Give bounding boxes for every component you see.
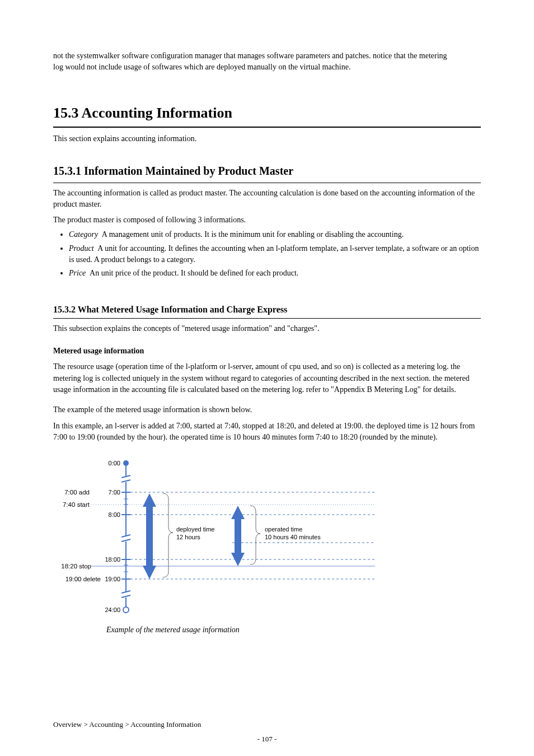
svg-text:7:40
         
        start: 7:40 start xyxy=(63,501,90,508)
svg-text:7:00
         
        add: 7:00 add xyxy=(64,489,90,496)
intro-line-1: not the systemwalker software configurat… xyxy=(53,52,447,60)
svg-text:19:00
         
        delete: 19:00 delete xyxy=(65,576,101,582)
svg-text:18:20
         
        stop: 18:20 stop xyxy=(61,563,91,570)
example-body: In this example, an l-server is added at… xyxy=(53,421,481,444)
tick-8: 8:00 xyxy=(109,511,120,518)
metered-body: The resource usage (operation time of th… xyxy=(53,361,481,395)
event-add-time: 7:00 xyxy=(64,489,77,496)
event-delete-time: 19:00 xyxy=(65,576,82,582)
concept-item-price: Price An unit price of the product. It s… xyxy=(69,268,481,279)
section-15-3-1-p1: The accounting information is called as … xyxy=(53,188,481,211)
timeline-diagram: 0:00 7:00 8:00 18:00 19:00 24:00 7:00 xyxy=(53,453,381,621)
concept-name: Category xyxy=(69,230,98,239)
concept-name: Product xyxy=(69,244,94,253)
tick-0: 0:00 xyxy=(109,460,120,466)
section-15-3-1-p2: The product master is composed of follow… xyxy=(53,214,481,226)
breadcrumb: Overview > Accounting > Accounting Infor… xyxy=(53,720,201,730)
section-15-3-lead: This section explains accounting informa… xyxy=(53,133,481,144)
intro-line-2: log would not include usage of softwares… xyxy=(53,63,350,71)
section-15-3-2-p1: This subsection explains the concepts of… xyxy=(53,323,481,334)
concept-item-category: Category A management unit of products. … xyxy=(69,229,481,240)
concept-item-product: Product A unit for accounting. It define… xyxy=(69,243,481,266)
example-lead: The example of the metered usage informa… xyxy=(53,404,481,416)
concept-name: Price xyxy=(69,269,86,277)
event-stop-time: 18:20 xyxy=(61,563,77,570)
event-add-action: add xyxy=(79,489,90,496)
tick-24: 24:00 xyxy=(105,606,120,613)
event-start-time: 7:40 xyxy=(63,501,75,508)
concept-list: Category A management unit of products. … xyxy=(53,229,481,279)
deployed-arrow xyxy=(143,493,156,579)
tick-18: 18:00 xyxy=(105,556,120,563)
svg-point-2 xyxy=(123,607,129,613)
event-delete-action: delete xyxy=(83,576,101,582)
svg-point-1 xyxy=(123,460,129,466)
page-number: - 107 - xyxy=(0,734,534,745)
deployed-label-l2: 12 hours xyxy=(176,534,200,540)
tick-19: 19:00 xyxy=(105,576,120,582)
section-15-3-2-heading: 15.3.2 What Metered Usage Information an… xyxy=(53,303,481,319)
event-start-action: start xyxy=(77,501,90,508)
concept-desc: A management unit of products. It is the… xyxy=(102,230,404,239)
section-15-3-heading: 15.3 Accounting Information xyxy=(53,102,481,128)
metered-subhead: Metered usage information xyxy=(53,346,481,357)
svg-marker-31 xyxy=(143,493,156,579)
operated-label-l2: 10 hours 40 minutes xyxy=(265,534,321,540)
deployed-label-l1: deployed time xyxy=(176,526,215,533)
operated-label-l1: operated time xyxy=(265,526,302,533)
tick-7: 7:00 xyxy=(109,489,120,496)
concept-desc: An unit price of the product. It should … xyxy=(90,269,298,277)
section-15-3-1-heading: 15.3.1 Information Maintained by Product… xyxy=(53,163,481,183)
diagram-caption: Example of the metered usage information xyxy=(106,624,481,636)
concept-desc: A unit for accounting. It defines the ac… xyxy=(69,244,479,264)
event-stop-action: stop xyxy=(79,563,91,570)
